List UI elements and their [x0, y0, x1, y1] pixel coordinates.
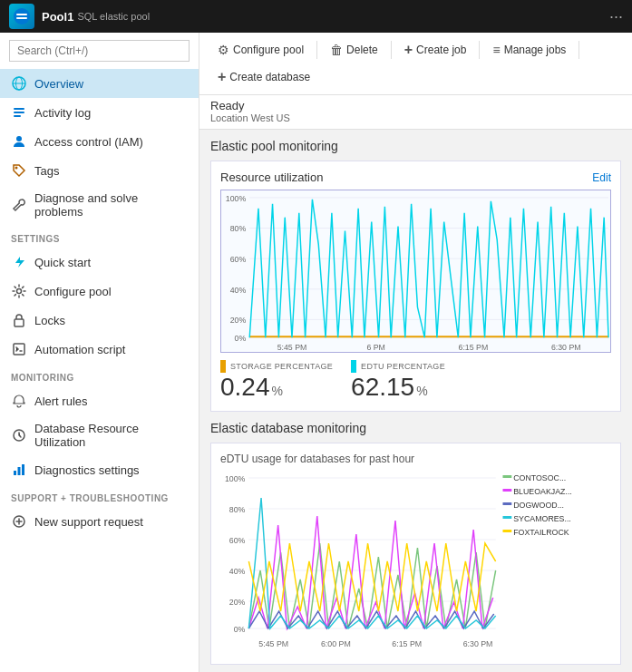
sidebar-item-quick-start[interactable]: Quick start — [0, 248, 199, 277]
trash-icon: 🗑 — [330, 43, 343, 57]
sidebar-item-label: Diagnostics settings — [34, 463, 140, 477]
chart-icon — [11, 462, 27, 478]
svg-text:FOXTAILROCK: FOXTAILROCK — [513, 528, 569, 537]
svg-text:6 PM: 6 PM — [366, 343, 384, 352]
svg-text:60%: 60% — [230, 255, 247, 264]
plus-icon: + — [218, 69, 226, 85]
svg-rect-53 — [502, 489, 511, 492]
gear-icon — [11, 283, 27, 299]
svg-point-10 — [15, 167, 18, 170]
script-icon — [11, 341, 27, 357]
svg-text:40%: 40% — [229, 567, 246, 576]
edtu-value-row: 62.15 % — [351, 373, 445, 402]
manage-jobs-button[interactable]: ≡ Manage jobs — [485, 39, 573, 61]
edtu-label: EDTU PERCENTAGE — [351, 360, 445, 373]
sidebar-item-access-control[interactable]: Access control (IAM) — [0, 127, 199, 156]
delete-button[interactable]: 🗑 Delete — [323, 39, 385, 61]
pool-name: Pool1 — [42, 10, 73, 24]
lock-icon — [11, 312, 27, 328]
sidebar-item-label: Alert rules — [34, 394, 88, 408]
list-icon: ≡ — [492, 43, 500, 57]
pool-icon — [9, 4, 34, 29]
create-database-button[interactable]: + Create database — [210, 65, 317, 89]
sidebar-item-diagnose[interactable]: Diagnose and solve problems — [0, 185, 199, 225]
sidebar-item-label: Activity log — [34, 106, 91, 120]
storage-value-row: 0.24 % — [220, 373, 333, 402]
resource-utilization-card: Resource utilization Edit 100% 80% 60% 4… — [210, 161, 621, 412]
svg-text:80%: 80% — [229, 505, 246, 514]
sidebar-item-db-resource-util[interactable]: Database Resource Utilization — [0, 415, 199, 455]
sidebar-item-tags[interactable]: Tags — [0, 156, 199, 185]
svg-rect-51 — [502, 475, 511, 478]
search-input[interactable] — [9, 40, 190, 62]
svg-text:BLUEOAKJAZ...: BLUEOAKJAZ... — [513, 487, 572, 496]
svg-text:40%: 40% — [230, 286, 247, 295]
svg-rect-59 — [502, 530, 511, 532]
sidebar-item-automation-script[interactable]: Automation script — [0, 335, 199, 364]
circle-icon — [11, 427, 27, 443]
sidebar-item-activity-log[interactable]: Activity log — [0, 98, 199, 127]
svg-rect-16 — [18, 467, 21, 475]
edtu-value: 62.15 — [351, 373, 414, 402]
sidebar-item-locks[interactable]: Locks — [0, 306, 199, 335]
status-bar: Ready Location West US — [199, 95, 632, 130]
resource-util-title: Resource utilization — [220, 170, 323, 184]
storage-metric: STORAGE PERCENTAGE 0.24 % — [220, 360, 333, 402]
svg-text:CONTOSOC...: CONTOSOC... — [513, 473, 566, 482]
elastic-db-chart-card: eDTU usage for databases for past hour 1… — [210, 443, 621, 665]
sidebar-item-label: Overview — [34, 77, 83, 91]
edtu-subtitle: eDTU usage for databases for past hour — [220, 453, 611, 465]
storage-value: 0.24 — [220, 373, 270, 402]
search-container — [0, 33, 199, 69]
plus-icon: + — [404, 42, 413, 58]
sidebar-item-overview[interactable]: Overview — [0, 69, 199, 98]
sidebar-item-label: Tags — [34, 164, 59, 178]
svg-text:5:45 PM: 5:45 PM — [277, 343, 307, 352]
wrench-icon — [11, 197, 27, 213]
sidebar-item-label: Access control (IAM) — [34, 135, 143, 149]
svg-text:20%: 20% — [230, 316, 247, 325]
sidebar-item-label: Locks — [34, 314, 65, 327]
svg-text:5:45 PM: 5:45 PM — [258, 639, 288, 648]
toolbar: ⚙ Configure pool 🗑 Delete + Create job ≡… — [199, 33, 632, 95]
toolbar-separator — [316, 41, 317, 59]
sidebar-item-new-support-request[interactable]: New support request — [0, 507, 199, 536]
globe-icon — [11, 75, 27, 92]
svg-point-9 — [16, 136, 22, 141]
content-area: Elastic pool monitoring Resource utiliza… — [199, 130, 632, 672]
svg-text:6:30 PM: 6:30 PM — [463, 639, 493, 648]
monitoring-section-label: MONITORING — [0, 364, 199, 386]
location-label: Location — [210, 112, 248, 123]
configure-pool-button[interactable]: ⚙ Configure pool — [210, 39, 311, 61]
svg-text:6:15 PM: 6:15 PM — [459, 343, 489, 352]
metrics-row: STORAGE PERCENTAGE 0.24 % EDTU PERCENTAG… — [220, 353, 611, 402]
sidebar-item-diagnostics-settings[interactable]: Diagnostics settings — [0, 455, 199, 484]
edit-button[interactable]: Edit — [592, 171, 611, 184]
status-state: Ready — [210, 99, 621, 112]
create-job-button[interactable]: + Create job — [397, 38, 474, 62]
svg-text:20%: 20% — [229, 598, 246, 607]
location-value: West US — [251, 112, 290, 123]
svg-rect-55 — [502, 502, 511, 505]
sidebar-item-alert-rules[interactable]: Alert rules — [0, 386, 199, 415]
more-icon[interactable]: ··· — [609, 7, 623, 26]
status-location: Location West US — [210, 112, 621, 123]
resource-util-svg: 100% 80% 60% 40% 20% 0% — [221, 190, 610, 352]
bolt-icon — [11, 254, 27, 270]
svg-text:100%: 100% — [226, 194, 247, 203]
edtu-color-bar — [351, 360, 356, 373]
tag-icon — [11, 162, 27, 179]
sidebar-item-label: Database Resource Utilization — [34, 422, 188, 449]
sidebar-item-label: Automation script — [34, 343, 125, 356]
storage-color-bar — [220, 360, 226, 373]
svg-rect-2 — [16, 17, 27, 19]
svg-text:6:15 PM: 6:15 PM — [392, 639, 422, 648]
svg-text:0%: 0% — [234, 625, 246, 634]
sidebar-item-label: Quick start — [34, 256, 91, 269]
sidebar-item-configure-pool[interactable]: Configure pool — [0, 277, 199, 306]
edtu-chart-svg: 100% 80% 60% 40% 20% 0% — [220, 471, 611, 652]
sidebar-item-label: Diagnose and solve problems — [34, 191, 188, 219]
svg-point-0 — [14, 8, 30, 24]
settings-section-label: SETTINGS — [0, 225, 199, 248]
svg-rect-1 — [16, 14, 27, 15]
